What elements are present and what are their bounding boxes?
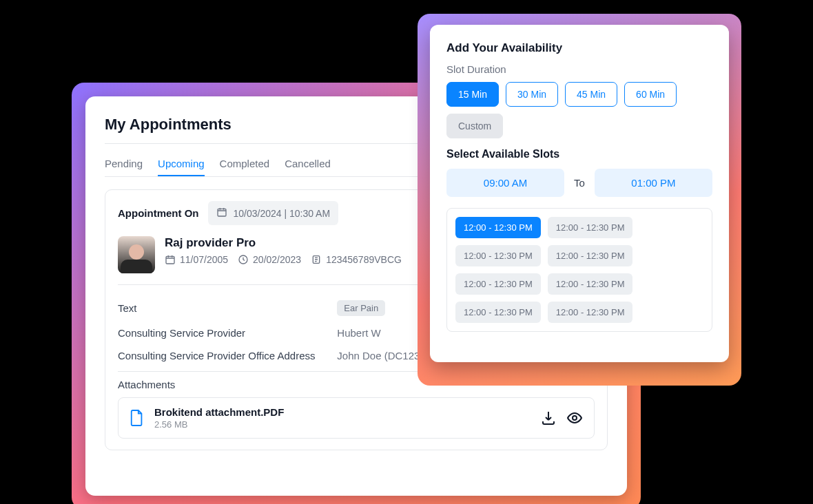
tab-upcoming[interactable]: Upcoming xyxy=(158,152,205,176)
provider-name: Raj provider Pro xyxy=(165,236,402,250)
svg-rect-0 xyxy=(218,209,226,216)
availability-title: Add Your Availability xyxy=(446,41,712,55)
slot-duration-label: Slot Duration xyxy=(446,63,712,75)
id-icon xyxy=(311,254,322,265)
download-button[interactable] xyxy=(540,410,557,426)
slot-item[interactable]: 12:00 - 12:30 PM xyxy=(548,302,633,323)
tab-pending[interactable]: Pending xyxy=(105,152,143,176)
tab-completed[interactable]: Completed xyxy=(220,152,270,176)
file-icon xyxy=(130,409,145,427)
tab-cancelled[interactable]: Cancelled xyxy=(285,152,331,176)
appointment-on-label: Appointment On xyxy=(118,207,198,219)
provider-code: 123456789VBCG xyxy=(326,254,402,265)
clock-icon xyxy=(238,254,249,265)
time-range-row: 09:00 AM To 01:00 PM xyxy=(446,169,712,197)
attachment-size: 2.56 MB xyxy=(154,419,284,430)
slot-item[interactable]: 12:00 - 12:30 PM xyxy=(548,273,633,295)
from-time-input[interactable]: 09:00 AM xyxy=(446,169,564,197)
calendar-icon xyxy=(165,254,176,265)
duration-custom[interactable]: Custom xyxy=(446,114,503,138)
appointment-date-value: 10/03/2024 | 10:30 AM xyxy=(233,208,330,219)
provider-meta: 11/07/2005 20/02/2023 123456789VBCG xyxy=(165,254,402,265)
to-time-input[interactable]: 01:00 PM xyxy=(595,169,712,197)
slot-item[interactable]: 12:00 - 12:30 PM xyxy=(548,245,633,266)
attachment-name: Brokitend attachment.PDF xyxy=(154,406,284,418)
view-button[interactable] xyxy=(566,410,583,426)
to-label: To xyxy=(574,177,585,189)
slot-item[interactable]: 12:00 - 12:30 PM xyxy=(455,217,541,238)
duration-chips: 15 Min 30 Min 45 Min 60 Min Custom xyxy=(446,82,712,138)
availability-card: Add Your Availability Slot Duration 15 M… xyxy=(430,25,729,362)
svg-point-4 xyxy=(573,416,577,420)
slot-item[interactable]: 12:00 - 12:30 PM xyxy=(455,302,541,323)
select-slots-label: Select Available Slots xyxy=(446,148,712,160)
attachment-row: Brokitend attachment.PDF 2.56 MB xyxy=(118,397,595,439)
provider-dob: 11/07/2005 xyxy=(180,254,228,265)
duration-15[interactable]: 15 Min xyxy=(446,82,499,107)
slot-item[interactable]: 12:00 - 12:30 PM xyxy=(455,273,541,295)
appointment-date-pill[interactable]: 10/03/2024 | 10:30 AM xyxy=(208,201,338,225)
duration-45[interactable]: 45 Min xyxy=(565,82,617,107)
avatar xyxy=(118,236,155,273)
svg-rect-1 xyxy=(166,256,174,264)
symptom-tag: Ear Pain xyxy=(337,300,385,316)
slot-item[interactable]: 12:00 - 12:30 PM xyxy=(455,245,541,266)
provider-joined: 20/02/2023 xyxy=(253,254,301,265)
calendar-icon xyxy=(216,207,227,220)
duration-30[interactable]: 30 Min xyxy=(506,82,558,107)
slot-grid: 12:00 - 12:30 PM 12:00 - 12:30 PM 12:00 … xyxy=(446,208,712,332)
duration-60[interactable]: 60 Min xyxy=(624,82,677,107)
row-provider-label: Consulting Service Provider xyxy=(118,327,337,339)
slot-item[interactable]: 12:00 - 12:30 PM xyxy=(548,217,633,238)
row-text-label: Text xyxy=(118,302,337,314)
row-office-label: Consulting Service Provider Office Addre… xyxy=(118,350,337,361)
